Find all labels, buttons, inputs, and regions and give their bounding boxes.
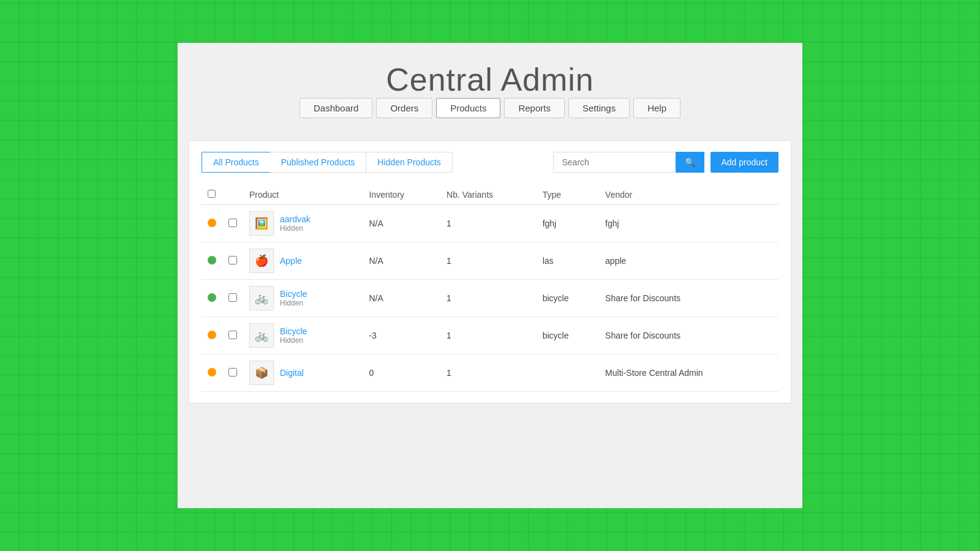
product-name-link[interactable]: Bicycle <box>280 289 307 299</box>
product-status-label: Hidden <box>280 224 311 233</box>
status-dot <box>208 331 216 339</box>
content-area: All ProductsPublished ProductsHidden Pro… <box>189 140 791 403</box>
row-checkbox[interactable] <box>228 368 237 377</box>
table-row: 🍎AppleN/A1lasapple <box>202 242 778 280</box>
product-thumbnail: 📦 <box>249 361 274 385</box>
status-dot <box>208 256 216 264</box>
col-variants: Nb. Variants <box>440 185 537 205</box>
select-all-checkbox[interactable] <box>208 190 216 198</box>
search-input[interactable] <box>553 152 676 173</box>
tab-published-products[interactable]: Published Products <box>270 152 367 173</box>
row-checkbox[interactable] <box>228 256 237 264</box>
product-type <box>537 354 599 392</box>
col-inventory: Inventory <box>363 185 440 205</box>
search-button[interactable]: 🔍 <box>676 152 704 173</box>
nav-btn-settings[interactable]: Settings <box>568 98 630 118</box>
product-variants: 1 <box>440 354 537 392</box>
header: Central Admin DashboardOrdersProductsRep… <box>178 43 802 140</box>
product-inventory: N/A <box>363 205 440 242</box>
product-type: fghj <box>537 205 599 242</box>
products-table: Product Inventory Nb. Variants Type Vend… <box>202 185 778 392</box>
nav-btn-dashboard[interactable]: Dashboard <box>300 98 372 118</box>
add-product-button[interactable]: Add product <box>710 152 779 173</box>
row-checkbox[interactable] <box>228 219 237 227</box>
tab-hidden-products[interactable]: Hidden Products <box>366 152 453 173</box>
product-table-body: 🖼️aardvakHiddenN/A1fghjfghj🍎AppleN/A1las… <box>202 205 778 392</box>
nav-btn-products[interactable]: Products <box>436 98 500 118</box>
status-dot <box>208 219 216 227</box>
product-name-link[interactable]: Bicycle <box>280 326 307 336</box>
product-variants: 1 <box>440 242 537 280</box>
product-vendor: Multi-Store Central Admin <box>599 354 778 392</box>
nav-btn-help[interactable]: Help <box>633 98 680 118</box>
status-dot <box>208 293 216 302</box>
product-name-link[interactable]: Digital <box>280 368 304 378</box>
nav-btn-reports[interactable]: Reports <box>504 98 565 118</box>
product-thumbnail: 🚲 <box>249 323 274 348</box>
toolbar: All ProductsPublished ProductsHidden Pro… <box>202 152 778 173</box>
product-inventory: N/A <box>363 242 440 280</box>
status-dot <box>208 368 216 377</box>
product-vendor: Share for Discounts <box>599 280 778 317</box>
col-product: Product <box>243 185 363 205</box>
row-checkbox[interactable] <box>228 331 237 339</box>
product-vendor: Share for Discounts <box>599 317 778 354</box>
product-vendor: apple <box>599 242 778 280</box>
nav-btn-orders[interactable]: Orders <box>376 98 432 118</box>
product-variants: 1 <box>440 280 537 317</box>
table-header-row: Product Inventory Nb. Variants Type Vend… <box>202 185 778 205</box>
product-name-link[interactable]: aardvak <box>280 214 311 224</box>
table-row: 🚲BicycleHidden-31bicycleShare for Discou… <box>202 317 778 354</box>
product-thumbnail: 🍎 <box>249 249 274 273</box>
product-vendor: fghj <box>599 205 778 242</box>
product-variants: 1 <box>440 317 537 354</box>
nav-bar: DashboardOrdersProductsReportsSettingsHe… <box>178 98 802 129</box>
product-name-link[interactable]: Apple <box>280 256 302 266</box>
row-checkbox[interactable] <box>228 293 237 302</box>
col-type: Type <box>537 185 599 205</box>
product-inventory: N/A <box>363 280 440 317</box>
main-panel: Central Admin DashboardOrdersProductsRep… <box>178 43 802 508</box>
product-type: bicycle <box>537 317 599 354</box>
app-title: Central Admin <box>178 61 802 98</box>
product-type: bicycle <box>537 280 599 317</box>
product-status-label: Hidden <box>280 299 307 307</box>
tab-all-products[interactable]: All Products <box>202 152 270 173</box>
tab-group: All ProductsPublished ProductsHidden Pro… <box>202 152 453 173</box>
product-inventory: 0 <box>363 354 440 392</box>
product-thumbnail: 🖼️ <box>249 211 274 236</box>
table-row: 📦Digital01Multi-Store Central Admin <box>202 354 778 392</box>
col-vendor: Vendor <box>599 185 778 205</box>
product-type: las <box>537 242 599 280</box>
product-status-label: Hidden <box>280 336 307 345</box>
search-area: 🔍 Add product <box>553 152 779 173</box>
product-thumbnail: 🚲 <box>249 286 274 310</box>
table-row: 🚲BicycleHiddenN/A1bicycleShare for Disco… <box>202 280 778 317</box>
product-inventory: -3 <box>363 317 440 354</box>
product-variants: 1 <box>440 205 537 242</box>
table-row: 🖼️aardvakHiddenN/A1fghjfghj <box>202 205 778 242</box>
